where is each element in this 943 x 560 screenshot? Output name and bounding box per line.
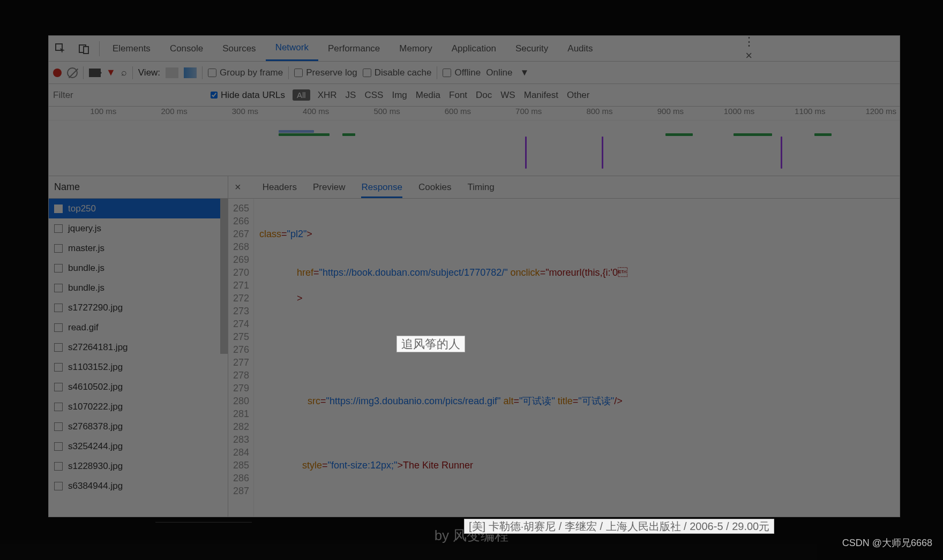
file-icon	[54, 304, 63, 312]
request-row[interactable]: top250	[49, 199, 228, 218]
file-icon	[54, 422, 63, 431]
close-devtools-icon[interactable]: ×	[742, 49, 756, 63]
request-row[interactable]: bundle.js	[49, 258, 228, 278]
request-row[interactable]: s4610502.jpg	[49, 377, 228, 397]
request-row[interactable]: s1228930.jpg	[49, 456, 228, 476]
request-row[interactable]: s2768378.jpg	[49, 417, 228, 436]
tab-application[interactable]: Application	[442, 36, 506, 61]
disable-cache-checkbox[interactable]: Disable cache	[363, 67, 432, 78]
request-row[interactable]: s1070222.jpg	[49, 397, 228, 417]
timeline[interactable]: 100 ms200 ms300 ms400 ms500 ms600 ms700 …	[49, 107, 900, 176]
scrollbar-thumb[interactable]	[220, 199, 228, 354]
kebab-icon[interactable]: ⋮	[742, 35, 756, 49]
group-by-frame-checkbox[interactable]: Group by frame	[208, 67, 283, 78]
filter-type-js[interactable]: JS	[346, 90, 356, 100]
request-row[interactable]: s6384944.jpg	[49, 476, 228, 496]
request-name: s2768378.jpg	[68, 421, 123, 432]
request-name: s1070222.jpg	[68, 402, 123, 412]
clear-icon[interactable]	[67, 67, 78, 78]
screenshot-icon[interactable]	[89, 69, 101, 77]
tab-network[interactable]: Network	[266, 36, 318, 61]
filter-type-css[interactable]: CSS	[364, 90, 383, 100]
request-name: s3254244.jpg	[68, 441, 123, 452]
request-row[interactable]: bundle.js	[49, 278, 228, 298]
file-icon	[54, 224, 63, 233]
file-icon	[54, 462, 63, 471]
request-row[interactable]: s1727290.jpg	[49, 298, 228, 317]
tab-audits[interactable]: Audits	[558, 36, 602, 61]
filter-type-doc[interactable]: Doc	[476, 90, 492, 100]
file-icon	[54, 323, 63, 332]
file-icon	[54, 383, 63, 391]
tab-performance[interactable]: Performance	[318, 36, 390, 61]
file-icon	[54, 482, 63, 490]
request-row[interactable]: read.gif	[49, 317, 228, 337]
large-rows-icon[interactable]	[166, 67, 178, 78]
tab-memory[interactable]: Memory	[390, 36, 441, 61]
timeline-bar	[602, 137, 603, 169]
timeline-tick: 600 ms	[403, 107, 474, 120]
file-icon	[54, 284, 63, 292]
tab-security[interactable]: Security	[506, 36, 558, 61]
timeline-tick: 700 ms	[474, 107, 545, 120]
inspect-icon[interactable]	[54, 42, 68, 56]
timeline-bar	[525, 137, 527, 169]
record-icon[interactable]	[53, 69, 62, 77]
filter-type-all[interactable]: All	[293, 89, 310, 101]
file-icon	[54, 264, 63, 273]
svg-rect-2	[84, 47, 88, 54]
request-name: s27264181.jpg	[68, 342, 128, 353]
attribution: CSDN @大师兄6668	[842, 536, 932, 549]
response-body[interactable]: 265 266 267 268 269 270 271 272 273 274 …	[228, 199, 900, 517]
filter-type-manifest[interactable]: Manifest	[524, 90, 558, 100]
request-list[interactable]: top250jquery.jsmaster.jsbundle.jsbundle.…	[49, 199, 228, 517]
detail-tab-response[interactable]: Response	[361, 182, 402, 198]
file-icon	[54, 205, 63, 213]
timeline-tick: 500 ms	[332, 107, 403, 120]
timeline-tick: 800 ms	[545, 107, 616, 120]
offline-checkbox[interactable]: Offline	[443, 67, 481, 78]
timeline-bar	[814, 133, 832, 136]
timeline-tick: 400 ms	[261, 107, 332, 120]
detail-panel: × HeadersPreviewResponseCookiesTiming 26…	[228, 176, 900, 517]
filter-type-other[interactable]: Other	[567, 90, 590, 100]
device-toggle-icon[interactable]	[77, 42, 91, 56]
tab-sources[interactable]: Sources	[213, 36, 265, 61]
detail-tab-timing[interactable]: Timing	[467, 182, 494, 192]
detail-tab-cookies[interactable]: Cookies	[418, 182, 451, 192]
request-row[interactable]: s3254244.jpg	[49, 436, 228, 456]
file-icon	[54, 244, 63, 253]
filter-type-xhr[interactable]: XHR	[318, 90, 337, 100]
detail-tab-headers[interactable]: Headers	[263, 182, 297, 192]
filter-type-font[interactable]: Font	[449, 90, 467, 100]
filter-type-ws[interactable]: WS	[500, 90, 515, 100]
request-row[interactable]: jquery.js	[49, 218, 228, 238]
search-icon[interactable]: ⌕	[121, 67, 127, 78]
detail-tab-preview[interactable]: Preview	[313, 182, 345, 192]
request-row[interactable]: s27264181.jpg	[49, 337, 228, 357]
throttle-select[interactable]: Online ▼	[486, 67, 538, 78]
timeline-bar	[665, 133, 693, 136]
timeline-tick: 100 ms	[49, 107, 119, 120]
preserve-log-checkbox[interactable]: Preserve log	[294, 67, 357, 78]
tab-console[interactable]: Console	[160, 36, 213, 61]
request-row[interactable]: s1103152.jpg	[49, 357, 228, 377]
filter-icon[interactable]: ▼	[106, 67, 116, 78]
hide-data-urls-checkbox[interactable]: Hide data URLs	[211, 90, 285, 101]
file-icon	[54, 442, 63, 451]
waterfall-view-icon[interactable]	[184, 67, 197, 78]
filter-type-img[interactable]: Img	[392, 90, 407, 100]
request-row[interactable]: master.js	[49, 238, 228, 258]
file-icon	[54, 363, 63, 372]
filter-type-media[interactable]: Media	[416, 90, 440, 100]
tab-elements[interactable]: Elements	[103, 36, 160, 61]
filterbar: Hide data URLs All XHRJSCSSImgMediaFontD…	[49, 84, 900, 107]
annotation-publish-label: 出版信息	[721, 487, 794, 512]
timeline-bar	[781, 137, 782, 169]
network-toolbar: ▼ ⌕ View: Group by frame Preserve log Di…	[49, 62, 900, 84]
close-detail-icon[interactable]: ×	[235, 181, 241, 193]
filter-input[interactable]	[53, 90, 203, 101]
request-name: s6384944.jpg	[68, 481, 123, 491]
request-list-panel: Name top250jquery.jsmaster.jsbundle.jsbu…	[49, 176, 228, 517]
request-list-header[interactable]: Name	[49, 176, 228, 199]
